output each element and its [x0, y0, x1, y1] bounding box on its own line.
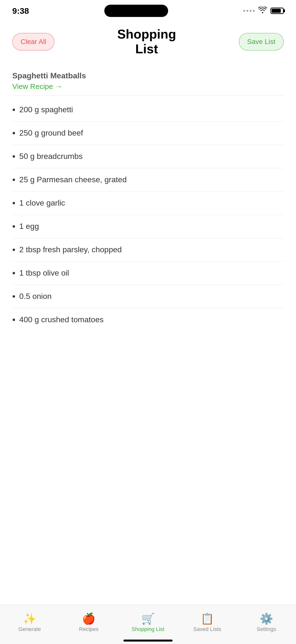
ingredient-item: •1 egg — [12, 215, 284, 238]
recipe-name: Spaghetti Meatballs — [12, 71, 284, 80]
bullet: • — [12, 221, 15, 232]
ingredient-text: 200 g spaghetti — [19, 105, 73, 114]
ingredient-text: 50 g breadcrumbs — [19, 152, 83, 161]
ingredient-item: •50 g breadcrumbs — [12, 145, 284, 168]
ingredient-text: 25 g Parmesan cheese, grated — [19, 175, 127, 184]
bullet: • — [12, 128, 15, 138]
tab-generate[interactable]: ✨ Generate — [0, 613, 59, 632]
settings-icon: ⚙️ — [260, 613, 273, 624]
ingredient-item: •0.5 onion — [12, 285, 284, 308]
ingredient-item: •2 tbsp fresh parsley, chopped — [12, 238, 284, 262]
home-indicator — [123, 640, 173, 642]
generate-icon: ✨ — [23, 613, 36, 624]
ingredient-text: 1 egg — [19, 222, 39, 231]
generate-label: Generate — [18, 626, 41, 632]
ingredient-text: 250 g ground beef — [19, 128, 83, 138]
tab-settings[interactable]: ⚙️ Settings — [237, 613, 296, 632]
status-bar: 9:38 — [0, 0, 296, 20]
ingredient-item: •1 tbsp olive oil — [12, 262, 284, 285]
bullet: • — [12, 315, 15, 325]
bullet: • — [12, 268, 15, 278]
page-title: ShoppingList — [54, 27, 239, 56]
page-title-text: ShoppingList — [59, 27, 234, 56]
ingredient-text: 2 tbsp fresh parsley, chopped — [19, 245, 122, 254]
battery-icon — [271, 8, 284, 14]
shopping-list-icon: 🛒 — [141, 613, 155, 624]
recipes-icon: 🍎 — [82, 613, 95, 624]
signal-icon — [243, 10, 255, 12]
ingredient-text: 400 g crushed tomatoes — [19, 315, 104, 324]
content-area: Spaghetti Meatballs View Recipe → •200 g… — [0, 62, 296, 331]
bullet: • — [12, 175, 15, 185]
ingredient-text: 1 clove garlic — [19, 198, 65, 208]
ingredient-item: •1 clove garlic — [12, 192, 284, 215]
wifi-icon — [258, 7, 267, 15]
bullet: • — [12, 291, 15, 302]
status-time: 9:38 — [12, 6, 29, 16]
save-list-button[interactable]: Save List — [239, 33, 284, 50]
clear-all-button[interactable]: Clear All — [12, 33, 54, 50]
recipes-label: Recipes — [79, 626, 98, 632]
ingredient-item: •400 g crushed tomatoes — [12, 308, 284, 331]
bullet: • — [12, 105, 15, 115]
bullet: • — [12, 198, 15, 208]
saved-lists-icon: 📋 — [201, 613, 214, 624]
dynamic-island — [104, 5, 168, 17]
section-divider — [12, 96, 284, 96]
bullet: • — [12, 151, 15, 162]
shopping-list-label: Shopping List — [132, 626, 164, 632]
tab-saved-lists[interactable]: 📋 Saved Lists — [178, 613, 237, 632]
tab-recipes[interactable]: 🍎 Recipes — [59, 613, 118, 632]
tab-bar: ✨ Generate 🍎 Recipes 🛒 Shopping List 📋 S… — [0, 605, 296, 644]
status-icons — [243, 7, 284, 15]
ingredient-text: 1 tbsp olive oil — [19, 268, 69, 278]
ingredient-item: •25 g Parmesan cheese, grated — [12, 168, 284, 192]
tab-shopping-list[interactable]: 🛒 Shopping List — [118, 613, 177, 632]
bullet: • — [12, 245, 15, 255]
header: Clear All ShoppingList Save List — [0, 20, 296, 62]
ingredient-text: 0.5 onion — [19, 292, 52, 301]
settings-label: Settings — [257, 626, 276, 632]
ingredient-item: •250 g ground beef — [12, 122, 284, 145]
ingredients-list: •200 g spaghetti•250 g ground beef•50 g … — [12, 98, 284, 331]
view-recipe-link[interactable]: View Recipe → — [12, 82, 284, 91]
saved-lists-label: Saved Lists — [193, 626, 221, 632]
recipe-section: Spaghetti Meatballs View Recipe → — [12, 71, 284, 91]
ingredient-item: •200 g spaghetti — [12, 98, 284, 122]
